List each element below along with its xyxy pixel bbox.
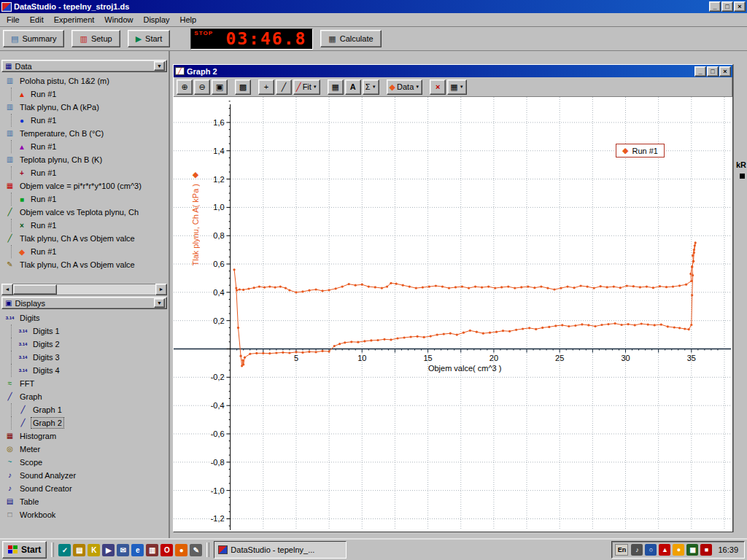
scroll-right-icon[interactable]: ► — [155, 284, 167, 295]
datastudio-task-button[interactable]: DataStudio - tepelny_... — [214, 541, 347, 559]
menu-item-window[interactable]: Window — [99, 14, 138, 26]
run-item[interactable]: ◆Run #1 — [12, 245, 167, 258]
books-icon[interactable]: ▥ — [146, 544, 158, 556]
remove-button[interactable]: × — [430, 79, 446, 95]
display-item-digits-2[interactable]: 3.14Digits 2 — [12, 338, 167, 351]
display-item-graph-2[interactable]: ╱Graph 2 — [12, 416, 167, 429]
menu-item-display[interactable]: Display — [138, 14, 174, 26]
scheduler-icon[interactable]: ○ — [645, 544, 657, 556]
slope-tool-button[interactable]: ╱ — [276, 79, 292, 95]
graph-close-button[interactable]: × — [719, 66, 731, 77]
graph-window-titlebar[interactable]: ╱ Graph 2 _ □ × — [174, 65, 732, 77]
zoom-out-button[interactable]: ⊖ — [194, 79, 210, 95]
close-button[interactable]: × — [734, 1, 746, 12]
browser-icon[interactable]: e — [131, 544, 144, 556]
display-item-sound-creator[interactable]: ♪Sound Creator — [4, 482, 167, 495]
legend[interactable]: ◆ Run #1 — [616, 144, 665, 158]
guard-icon[interactable]: ■ — [700, 544, 712, 556]
svg-text:-0,2: -0,2 — [211, 373, 225, 381]
display-item-digits[interactable]: 3.14Digits — [4, 311, 167, 324]
display-item-sound-analyzer[interactable]: ♪Sound Analyzer — [4, 469, 167, 482]
plot-area[interactable]: -1,2-1,0-0,8-0,6-0,4-0,20,20,40,60,81,01… — [174, 97, 732, 532]
display-item-digits-4[interactable]: 3.14Digits 4 — [12, 364, 167, 377]
display-item-scope[interactable]: ~Scope — [4, 456, 167, 469]
display-item-table[interactable]: ▤Table — [4, 495, 167, 508]
run-item[interactable]: ■Run #1 — [12, 192, 167, 206]
data-source-item[interactable]: ▥Tlak plynu, Ch A (kPa) — [4, 101, 167, 114]
paint-icon[interactable]: ✎ — [190, 544, 202, 556]
menu-item-experiment[interactable]: Experiment — [49, 14, 100, 26]
antivirus-icon[interactable]: ▲ — [659, 544, 670, 556]
menu-item-help[interactable]: Help — [175, 14, 202, 26]
summary-button[interactable]: ▤ Summary — [3, 30, 64, 47]
mail-icon[interactable]: ✉ — [117, 544, 129, 556]
run-item[interactable]: ×Run #1 — [12, 219, 167, 232]
sensor-icon: ▥ — [4, 103, 15, 112]
minimize-button[interactable]: _ — [709, 1, 721, 12]
scrollbar-thumb[interactable] — [13, 284, 57, 295]
calculate-button[interactable]: ▦ Calculate — [320, 30, 381, 47]
display-item-digits-1[interactable]: 3.14Digits 1 — [12, 324, 167, 338]
maximize-button[interactable]: □ — [721, 1, 733, 12]
zoom-in-button[interactable]: ⊕ — [177, 79, 193, 95]
display-item-meter[interactable]: ◎Meter — [4, 443, 167, 456]
language-indicator[interactable]: En — [615, 544, 628, 556]
data-source-item[interactable]: ▥Temperature, Ch B (°C) — [4, 127, 167, 140]
fit-menu-button[interactable]: ╱Fit▼ — [293, 79, 320, 95]
run-item[interactable]: +Run #1 — [12, 166, 167, 179]
scroll-left-icon[interactable]: ◄ — [1, 284, 13, 295]
text-annotation-button[interactable]: A — [345, 79, 361, 95]
data-source-item[interactable]: ▦Objem valce = pi*r*r*y*100 (cm^3) — [4, 179, 167, 192]
show-desktop-icon[interactable]: ✓ — [58, 544, 71, 556]
firefox-icon[interactable]: ● — [175, 544, 187, 556]
display-item-digits-3[interactable]: 3.14Digits 3 — [12, 351, 167, 364]
zoom-select-button[interactable]: ▣ — [212, 79, 228, 95]
display-item-graph[interactable]: ╱Graph — [4, 390, 167, 403]
calculate-button[interactable]: ▦ — [328, 79, 344, 95]
digits-icon: 3.14 — [18, 340, 28, 349]
graph-maximize-button[interactable]: □ — [707, 66, 719, 77]
scrollbar-track[interactable] — [13, 284, 155, 295]
data-source-item[interactable]: ✎Tlak plynu, Ch A vs Objem valce — [4, 258, 167, 271]
network-icon[interactable]: ▦ — [686, 544, 698, 556]
scale-to-fit-button[interactable]: ▩ — [235, 79, 251, 95]
task-button-icon — [218, 545, 228, 554]
data-source-item[interactable]: ▥Teplota plynu, Ch B (K) — [4, 153, 167, 166]
run-item[interactable]: ▲Run #1 — [12, 140, 167, 153]
data-tree-hscrollbar[interactable]: ◄ ► — [1, 284, 167, 295]
summary-icon: ▤ — [11, 34, 18, 44]
taskbar-grip[interactable] — [51, 542, 54, 557]
updater-icon[interactable]: ● — [673, 544, 684, 556]
display-item-workbook[interactable]: □Workbook — [4, 508, 167, 521]
run-item[interactable]: ●Run #1 — [12, 114, 167, 127]
data-source-item[interactable]: ╱Tlak plynu, Ch A vs Objem valce — [4, 232, 167, 245]
start-menu-button[interactable]: Start — [2, 541, 47, 559]
graph-plot[interactable]: -1,2-1,0-0,8-0,6-0,4-0,20,20,40,60,81,01… — [174, 97, 731, 530]
smart-tool-button[interactable]: + — [258, 79, 274, 95]
run-label: Run #1 — [29, 246, 58, 257]
data-source-item[interactable]: ╱Objem valce vs Teplota plynu, Ch — [4, 206, 167, 219]
data-source-item[interactable]: ▥Poloha pistu, Ch 1&2 (m) — [4, 74, 167, 88]
start-button[interactable]: ▶ Start — [128, 30, 171, 47]
statistics-menu-button[interactable]: Σ▼ — [363, 79, 379, 95]
menu-item-file[interactable]: File — [1, 14, 25, 26]
notes-icon[interactable]: ▤ — [73, 544, 85, 556]
displays-panel-dropdown-icon[interactable]: ▼ — [154, 298, 165, 308]
opera-icon[interactable]: O — [160, 544, 173, 556]
menu-item-edit[interactable]: Edit — [25, 14, 49, 26]
display-item-histogram[interactable]: ▦Histogram — [4, 429, 167, 443]
graph-settings-button[interactable]: ▦▼ — [447, 79, 466, 95]
svg-text:10: 10 — [357, 354, 366, 362]
data-menu-button[interactable]: ◆Data▼ — [387, 79, 423, 95]
display-item-fft[interactable]: ≈FFT — [4, 377, 167, 390]
graph-minimize-button[interactable]: _ — [694, 66, 706, 77]
run-item[interactable]: ▲Run #1 — [12, 88, 167, 101]
data-panel-dropdown-icon[interactable]: ▼ — [154, 61, 165, 71]
volume-icon[interactable]: ♪ — [631, 544, 643, 556]
display-item-graph-1[interactable]: ╱Graph 1 — [12, 403, 167, 416]
setup-button[interactable]: ▥ Setup — [71, 30, 120, 47]
keys-icon[interactable]: K — [88, 544, 100, 556]
media-player-icon[interactable]: ▶ — [102, 544, 115, 556]
taskbar-grip-2[interactable] — [206, 542, 209, 557]
display-label: Digits 1 — [31, 326, 61, 336]
